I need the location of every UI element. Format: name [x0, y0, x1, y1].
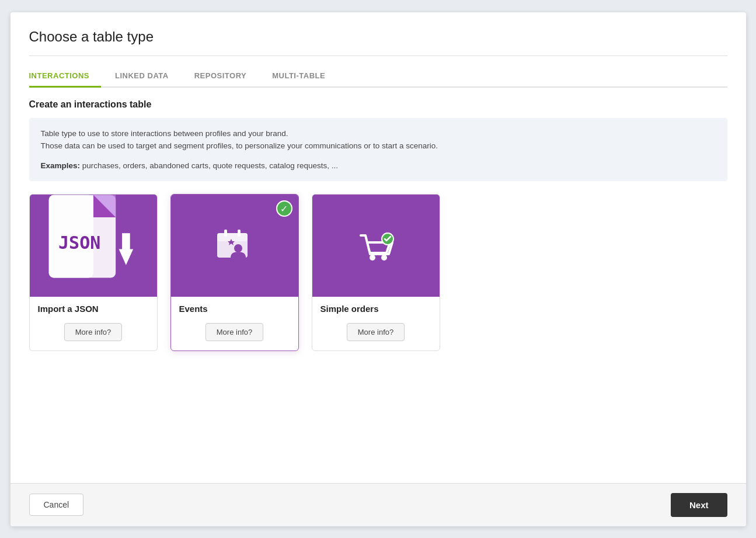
svg-rect-8 — [217, 233, 248, 241]
cancel-button[interactable]: Cancel — [29, 494, 84, 516]
examples-text: purchases, orders, abandoned carts, quot… — [82, 161, 338, 170]
page-title: Choose a table type — [29, 29, 727, 45]
dialog: Choose a table type INTERACTIONS LINKED … — [11, 12, 746, 526]
dialog-body: Choose a table type INTERACTIONS LINKED … — [11, 12, 746, 483]
tab-interactions[interactable]: INTERACTIONS — [29, 65, 102, 88]
examples-label: Examples: — [41, 161, 81, 170]
info-line1: Table type to use to store interactions … — [41, 127, 716, 140]
info-box: Table type to use to store interactions … — [29, 118, 727, 182]
card-events[interactable]: ✓ — [170, 194, 299, 351]
card-title-events: Events — [171, 297, 298, 318]
selected-badge-events: ✓ — [276, 200, 292, 217]
svg-point-14 — [381, 255, 387, 261]
card-import-json[interactable]: JSON Import a JSON More info? — [29, 194, 158, 351]
section-title: Create an interactions table — [29, 99, 727, 110]
tab-linked-data[interactable]: LINKED DATA — [115, 65, 180, 88]
svg-rect-9 — [224, 230, 227, 237]
card-title-simple-orders: Simple orders — [312, 297, 440, 318]
svg-text:JSON: JSON — [58, 232, 100, 253]
more-info-button-import-json[interactable]: More info? — [64, 323, 122, 341]
card-actions-events: More info? — [171, 318, 298, 350]
tabs-bar: INTERACTIONS LINKED DATA REPOSITORY MULT… — [29, 65, 727, 88]
more-info-button-simple-orders[interactable]: More info? — [347, 323, 405, 341]
card-actions-simple-orders: More info? — [312, 318, 440, 350]
svg-point-13 — [370, 255, 375, 261]
svg-point-12 — [234, 244, 242, 252]
card-image-simple-orders — [312, 195, 440, 297]
card-image-import-json: JSON — [30, 195, 157, 297]
tab-multi-table[interactable]: MULTI-TABLE — [272, 65, 337, 88]
divider — [29, 55, 727, 56]
tab-repository[interactable]: REPOSITORY — [194, 65, 259, 88]
cards-row: JSON Import a JSON More info? ✓ — [29, 194, 727, 351]
card-simple-orders[interactable]: Simple orders More info? — [312, 194, 440, 351]
info-line2: Those data can be used to target and seg… — [41, 140, 716, 152]
svg-rect-6 — [122, 233, 130, 252]
svg-rect-10 — [238, 230, 241, 237]
next-button[interactable]: Next — [671, 493, 727, 517]
simple-orders-icon — [353, 223, 399, 269]
card-image-events: ✓ — [171, 195, 298, 297]
card-actions-import-json: More info? — [30, 318, 157, 350]
json-file-icon: JSON — [30, 194, 157, 310]
more-info-button-events[interactable]: More info? — [205, 323, 263, 341]
dialog-footer: Cancel Next — [11, 483, 746, 526]
events-icon — [211, 223, 258, 269]
